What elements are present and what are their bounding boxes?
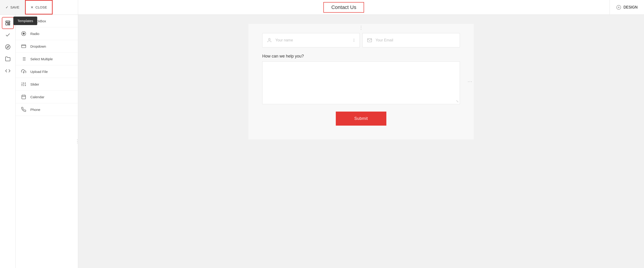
panel-item-radio[interactable]: Radio — [16, 27, 78, 40]
calendar-panel-icon — [21, 94, 26, 99]
svg-point-33 — [354, 41, 354, 42]
sidebar-code-btn[interactable] — [2, 65, 13, 76]
design-button[interactable]: DESIGN — [610, 0, 644, 15]
resize-handle[interactable] — [76, 15, 78, 268]
svg-point-31 — [354, 39, 354, 39]
email-field[interactable]: Your Email — [362, 33, 460, 47]
submit-row: Submit — [262, 112, 460, 126]
upload-panel-icon — [21, 69, 26, 74]
sidebar-panel: CheckBox Radio Dropdown — [16, 15, 78, 268]
svg-point-30 — [268, 39, 270, 40]
panel-item-dropdown[interactable]: Dropdown — [16, 40, 78, 53]
submit-button[interactable]: Submit — [336, 112, 386, 126]
sidebar-folder-btn[interactable] — [2, 53, 13, 64]
form-title[interactable]: Contact Us — [324, 2, 364, 13]
svg-rect-2 — [8, 23, 10, 24]
panel-item-phone[interactable]: Phone — [16, 103, 78, 116]
panel-item-slider[interactable]: Slider — [16, 78, 78, 91]
templates-icon — [5, 20, 10, 26]
svg-rect-3 — [8, 24, 10, 25]
phone-panel-icon — [21, 107, 26, 112]
close-label: CLOSE — [36, 5, 47, 9]
top-bar-center: Contact Us — [78, 0, 610, 15]
email-placeholder: Your Email — [376, 38, 456, 42]
sidebar-templates-btn[interactable] — [2, 18, 13, 29]
main-layout: Templates — [0, 15, 644, 268]
form-wrapper: Your name — [248, 24, 474, 139]
svg-point-7 — [23, 33, 24, 34]
panel-item-upload[interactable]: Upload File — [16, 65, 78, 78]
compass-icon — [5, 44, 10, 50]
save-label: SAVE — [10, 5, 19, 9]
sidebar-radio-btn[interactable] — [2, 41, 13, 53]
panel-item-slider-label: Slider — [30, 82, 39, 86]
drag-handle-top[interactable] — [360, 24, 363, 32]
select-multiple-panel-icon — [21, 56, 26, 61]
message-textarea[interactable] — [262, 62, 460, 103]
close-button[interactable]: ✕ CLOSE — [25, 0, 53, 15]
dropdown-panel-icon — [21, 44, 26, 49]
panel-item-checkbox-label: CheckBox — [30, 19, 46, 23]
form-row-name-email: Your name — [262, 33, 460, 47]
checkbox-panel-icon — [21, 19, 26, 24]
resize-icon: ⤡ — [456, 99, 459, 103]
panel-item-calendar[interactable]: Calendar — [16, 91, 78, 103]
panel-item-select-multiple-label: Select Multiple — [30, 57, 53, 61]
name-placeholder: Your name — [275, 38, 356, 42]
name-field[interactable]: Your name — [262, 33, 360, 47]
save-button[interactable]: ✓ SAVE — [0, 0, 25, 15]
panel-item-radio-label: Radio — [30, 32, 39, 36]
section-label: How can we help you? — [262, 54, 460, 59]
svg-rect-0 — [6, 21, 10, 22]
panel-item-phone-label: Phone — [30, 108, 40, 112]
design-icon — [616, 5, 621, 10]
panel-item-select-multiple[interactable]: Select Multiple — [16, 53, 78, 65]
top-bar: ✓ SAVE ✕ CLOSE Contact Us DESIGN — [0, 0, 644, 15]
sidebar-icons: Templates — [0, 15, 16, 268]
name-options-btn[interactable] — [351, 37, 357, 44]
radio-panel-icon — [21, 31, 26, 36]
email-icon — [366, 37, 373, 44]
svg-rect-26 — [22, 95, 26, 99]
svg-point-4 — [6, 45, 10, 49]
checkbox-icon — [5, 32, 10, 38]
svg-rect-8 — [22, 45, 26, 48]
panel-item-dropdown-label: Dropdown — [30, 44, 46, 48]
person-icon — [266, 37, 272, 44]
sidebar-checkbox-btn[interactable] — [2, 30, 13, 41]
slider-panel-icon — [21, 82, 26, 87]
panel-item-checkbox[interactable]: CheckBox — [16, 15, 78, 27]
top-bar-left: ✓ SAVE ✕ CLOSE — [0, 0, 78, 15]
x-icon: ✕ — [30, 5, 34, 10]
checkmark-icon: ✓ — [6, 5, 8, 10]
svg-point-32 — [354, 40, 354, 41]
code-icon — [5, 68, 10, 74]
panel-item-upload-label: Upload File — [30, 70, 48, 74]
message-field[interactable]: ⤡ — [262, 61, 460, 104]
svg-marker-5 — [7, 46, 8, 48]
svg-rect-1 — [6, 23, 8, 25]
form-canvas: Your name — [78, 15, 644, 268]
design-label: DESIGN — [624, 5, 638, 10]
folder-icon — [5, 56, 10, 62]
drag-handle-right[interactable] — [466, 80, 474, 84]
panel-item-calendar-label: Calendar — [30, 95, 44, 99]
